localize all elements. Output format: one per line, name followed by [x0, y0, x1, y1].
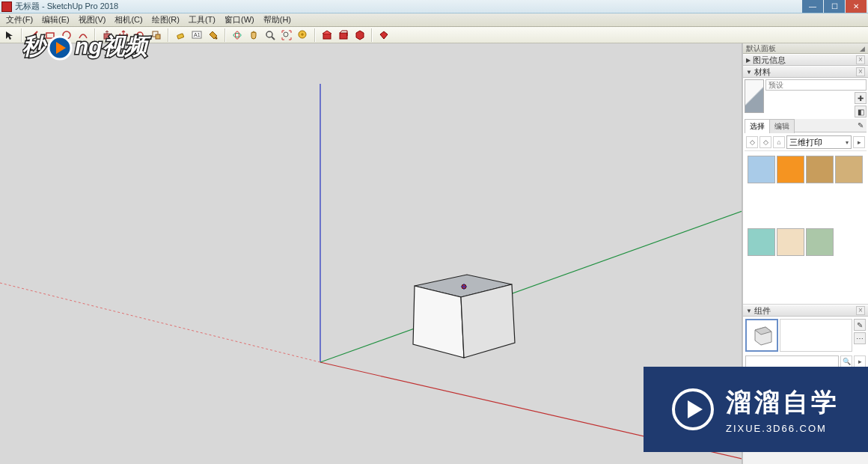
panel-components-label: 组件: [754, 305, 771, 317]
eyedropper-icon[interactable]: ✎: [855, 120, 867, 132]
play-icon: [672, 388, 714, 430]
title-bar: 无标题 - SketchUp Pro 2018 — ☐ ✕: [0, 0, 868, 13]
material-swatch[interactable]: [748, 228, 775, 256]
pan-tool[interactable]: [247, 28, 260, 42]
menu-tools[interactable]: 工具(T): [184, 13, 220, 27]
svg-point-0: [29, 37, 31, 40]
material-library-dropdown[interactable]: 三维打印 ▾: [786, 135, 852, 149]
cube-model: [413, 275, 515, 358]
tab-select[interactable]: 选择: [745, 119, 770, 133]
svg-rect-1: [46, 33, 54, 38]
close-button[interactable]: ✕: [846, 0, 867, 13]
orbit-tool[interactable]: [230, 28, 244, 42]
rectangle-tool[interactable]: [43, 28, 57, 42]
svg-text:A1: A1: [194, 32, 201, 37]
select-tool[interactable]: [3, 28, 16, 42]
tray-title: 默认面板 ◢: [743, 43, 868, 54]
panel-close-button[interactable]: ×: [856, 67, 865, 76]
tray-pin-icon[interactable]: ◢: [860, 45, 865, 52]
dropdown-label: 三维打印: [789, 137, 822, 148]
svg-point-9: [216, 37, 218, 39]
svg-rect-17: [0, 43, 742, 464]
menu-view[interactable]: 视图(V): [74, 13, 111, 27]
search-button[interactable]: 🔍: [840, 355, 852, 367]
menu-file[interactable]: 文件(F): [1, 13, 37, 27]
material-swatch[interactable]: [806, 228, 834, 256]
panel-close-button[interactable]: ×: [856, 306, 865, 315]
menu-camera[interactable]: 相机(C): [110, 13, 147, 27]
chevron-down-icon: ▾: [846, 139, 849, 146]
viewport-3d[interactable]: [0, 43, 742, 464]
watermark-bottom-right: 溜溜自学 ZIXUE.3D66.COM: [644, 367, 868, 452]
zoom-extents-tool[interactable]: [280, 28, 293, 42]
pushpull-tool[interactable]: [100, 28, 114, 42]
tray-title-label: 默认面板: [746, 43, 776, 54]
svg-point-10: [233, 33, 241, 37]
svg-rect-6: [177, 33, 184, 38]
expand-icon: ▼: [746, 69, 752, 76]
material-swatch[interactable]: [806, 156, 834, 183]
panel-materials-header[interactable]: ▼ 材料 ×: [743, 66, 868, 78]
material-swatch-grid: [745, 153, 867, 302]
nav-fwd-button[interactable]: ◇: [760, 136, 771, 148]
move-tool[interactable]: [117, 28, 130, 42]
material-swatch[interactable]: [748, 156, 775, 183]
eraser-tool[interactable]: [174, 28, 187, 42]
search-menu-button[interactable]: ▸: [854, 355, 866, 367]
panel-entity-label: 图元信息: [753, 55, 786, 66]
material-swatch[interactable]: [835, 156, 863, 183]
arc-tool[interactable]: [76, 28, 90, 42]
text-tool[interactable]: A1: [190, 28, 204, 42]
material-name-input[interactable]: [765, 79, 867, 91]
svg-point-13: [284, 32, 288, 37]
maximize-button[interactable]: ☐: [824, 0, 845, 13]
ruby-tool[interactable]: [377, 28, 391, 42]
nav-back-button[interactable]: ◇: [746, 136, 758, 148]
tab-edit[interactable]: 编辑: [769, 119, 795, 133]
materials-tabs: 选择 编辑 ✎: [745, 119, 867, 132]
zoom-window-tool[interactable]: [296, 28, 310, 42]
rotate-tool[interactable]: [133, 28, 147, 42]
component-option-button[interactable]: ✎: [854, 319, 866, 331]
library-menu-button[interactable]: ▸: [853, 136, 865, 148]
component-search-input[interactable]: [745, 355, 839, 367]
svg-point-12: [266, 31, 272, 37]
panel-close-button[interactable]: ×: [856, 55, 865, 64]
svg-point-2: [63, 31, 70, 39]
component-tool[interactable]: [337, 28, 350, 42]
component-more-button[interactable]: ⋯: [854, 332, 866, 344]
panel-components-header[interactable]: ▼ 组件 ×: [743, 305, 868, 317]
menu-window[interactable]: 窗口(W): [220, 13, 259, 27]
material-swatch[interactable]: [777, 156, 804, 183]
collapse-icon: ▶: [746, 57, 751, 64]
toolbar: A1: [0, 27, 868, 43]
line-tool[interactable]: [27, 28, 40, 42]
paint-tool[interactable]: [207, 28, 220, 42]
menu-edit[interactable]: 编辑(E): [37, 13, 74, 27]
panel-entity-info-header[interactable]: ▶ 图元信息 ×: [743, 54, 868, 66]
svg-rect-16: [340, 33, 347, 39]
warehouse-tool[interactable]: [320, 28, 334, 42]
material-preview[interactable]: [745, 79, 764, 113]
app-icon: [1, 1, 12, 12]
menu-help[interactable]: 帮助(H): [259, 13, 296, 27]
scale-tool[interactable]: [150, 28, 163, 42]
minimize-button[interactable]: —: [802, 0, 823, 13]
components-panel-body: ✎ ⋯ 🔍 ▸: [743, 317, 868, 370]
watermark-sub-text: ZIXUE.3D66.COM: [726, 423, 840, 434]
component-thumbnail[interactable]: [745, 319, 778, 352]
panel-materials-label: 材料: [754, 67, 771, 78]
window-title: 无标题 - SketchUp Pro 2018: [15, 1, 802, 12]
menu-draw[interactable]: 绘图(R): [147, 13, 184, 27]
nav-home-button[interactable]: ⌂: [773, 136, 785, 148]
svg-rect-5: [156, 34, 160, 39]
material-default-button[interactable]: ◧: [855, 106, 867, 117]
svg-rect-15: [323, 34, 331, 39]
component-description: [780, 319, 852, 352]
circle-tool[interactable]: [60, 28, 73, 42]
material-create-button[interactable]: ✚: [855, 92, 867, 104]
zoom-tool[interactable]: [263, 28, 277, 42]
extension-tool[interactable]: [353, 28, 367, 42]
menu-bar: 文件(F) 编辑(E) 视图(V) 相机(C) 绘图(R) 工具(T) 窗口(W…: [0, 13, 868, 27]
material-swatch[interactable]: [777, 228, 804, 256]
